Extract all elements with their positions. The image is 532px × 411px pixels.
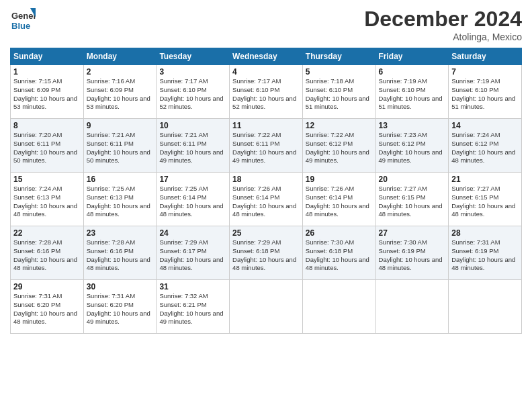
day-number: 24 — [159, 228, 226, 238]
day-info: Sunrise: 7:31 AM Sunset: 6:20 PM Dayligh… — [87, 292, 154, 326]
day-number: 16 — [87, 175, 154, 184]
table-row: 17Sunrise: 7:25 AM Sunset: 6:14 PM Dayli… — [157, 173, 230, 226]
day-info: Sunrise: 7:24 AM Sunset: 6:12 PM Dayligh… — [451, 131, 519, 165]
table-row: 8Sunrise: 7:20 AM Sunset: 6:11 PM Daylig… — [11, 119, 84, 173]
table-row: 15Sunrise: 7:24 AM Sunset: 6:13 PM Dayli… — [11, 173, 84, 226]
day-info: Sunrise: 7:15 AM Sunset: 6:09 PM Dayligh… — [13, 77, 81, 111]
table-row: 13Sunrise: 7:23 AM Sunset: 6:12 PM Dayli… — [375, 119, 449, 173]
day-info: Sunrise: 7:22 AM Sunset: 6:11 PM Dayligh… — [232, 131, 300, 165]
day-info: Sunrise: 7:17 AM Sunset: 6:10 PM Dayligh… — [232, 77, 300, 111]
day-number: 12 — [306, 121, 373, 130]
day-info: Sunrise: 7:16 AM Sunset: 6:09 PM Dayligh… — [87, 77, 154, 111]
day-info: Sunrise: 7:25 AM Sunset: 6:13 PM Dayligh… — [87, 185, 154, 219]
table-row: 3Sunrise: 7:17 AM Sunset: 6:10 PM Daylig… — [157, 65, 230, 119]
day-number: 1 — [13, 67, 81, 77]
header-thursday: Thursday — [302, 48, 375, 65]
day-number: 19 — [306, 175, 373, 184]
day-info: Sunrise: 7:20 AM Sunset: 6:11 PM Dayligh… — [13, 131, 81, 165]
day-info: Sunrise: 7:31 AM Sunset: 6:20 PM Dayligh… — [13, 292, 81, 326]
table-row: 6Sunrise: 7:19 AM Sunset: 6:10 PM Daylig… — [375, 65, 449, 119]
day-info: Sunrise: 7:25 AM Sunset: 6:14 PM Dayligh… — [159, 185, 226, 219]
day-info: Sunrise: 7:26 AM Sunset: 6:14 PM Dayligh… — [232, 185, 300, 219]
table-row: 14Sunrise: 7:24 AM Sunset: 6:12 PM Dayli… — [449, 119, 522, 173]
header-tuesday: Tuesday — [157, 48, 230, 65]
day-number: 28 — [451, 228, 519, 238]
logo: General Blue — [10, 7, 36, 32]
day-number: 18 — [232, 175, 300, 184]
day-number: 13 — [379, 121, 446, 130]
day-info: Sunrise: 7:21 AM Sunset: 6:11 PM Dayligh… — [87, 131, 154, 165]
day-number: 30 — [87, 282, 154, 291]
day-number: 6 — [379, 67, 446, 77]
day-info: Sunrise: 7:29 AM Sunset: 6:17 PM Dayligh… — [159, 238, 226, 273]
day-number: 26 — [306, 228, 373, 238]
table-row: 18Sunrise: 7:26 AM Sunset: 6:14 PM Dayli… — [230, 173, 303, 226]
day-number: 20 — [379, 175, 446, 184]
day-number: 21 — [451, 175, 519, 184]
table-row: 25Sunrise: 7:29 AM Sunset: 6:18 PM Dayli… — [230, 226, 303, 280]
table-row: 21Sunrise: 7:27 AM Sunset: 6:15 PM Dayli… — [449, 173, 522, 226]
header-saturday: Saturday — [449, 48, 522, 65]
calendar-header-row: Sunday Monday Tuesday Wednesday Thursday… — [11, 48, 522, 65]
day-number: 9 — [87, 121, 154, 130]
day-number: 25 — [232, 228, 300, 238]
table-row: 9Sunrise: 7:21 AM Sunset: 6:11 PM Daylig… — [83, 119, 157, 173]
day-number: 11 — [232, 121, 300, 130]
table-row — [302, 280, 375, 334]
day-number: 27 — [379, 228, 446, 238]
day-number: 7 — [451, 67, 519, 77]
day-info: Sunrise: 7:30 AM Sunset: 6:18 PM Dayligh… — [306, 238, 373, 273]
table-row: 5Sunrise: 7:18 AM Sunset: 6:10 PM Daylig… — [302, 65, 375, 119]
table-row: 22Sunrise: 7:28 AM Sunset: 6:16 PM Dayli… — [11, 226, 84, 280]
title-area: December 2024 Atolinga, Mexico — [364, 7, 522, 42]
table-row: 16Sunrise: 7:25 AM Sunset: 6:13 PM Dayli… — [83, 173, 157, 226]
table-row: 2Sunrise: 7:16 AM Sunset: 6:09 PM Daylig… — [83, 65, 157, 119]
day-info: Sunrise: 7:31 AM Sunset: 6:19 PM Dayligh… — [451, 238, 519, 273]
day-info: Sunrise: 7:23 AM Sunset: 6:12 PM Dayligh… — [379, 131, 446, 165]
table-row: 31Sunrise: 7:32 AM Sunset: 6:21 PM Dayli… — [157, 280, 230, 334]
day-number: 10 — [159, 121, 226, 130]
header-friday: Friday — [375, 48, 449, 65]
main-title: December 2024 — [364, 7, 522, 32]
calendar-week-row: 15Sunrise: 7:24 AM Sunset: 6:13 PM Dayli… — [11, 173, 522, 226]
day-info: Sunrise: 7:19 AM Sunset: 6:10 PM Dayligh… — [379, 77, 446, 111]
day-info: Sunrise: 7:19 AM Sunset: 6:10 PM Dayligh… — [451, 77, 519, 111]
table-row: 10Sunrise: 7:21 AM Sunset: 6:11 PM Dayli… — [157, 119, 230, 173]
page: General Blue December 2024 Atolinga, Mex… — [0, 0, 532, 411]
table-row: 28Sunrise: 7:31 AM Sunset: 6:19 PM Dayli… — [449, 226, 522, 280]
table-row: 30Sunrise: 7:31 AM Sunset: 6:20 PM Dayli… — [83, 280, 157, 334]
table-row: 23Sunrise: 7:28 AM Sunset: 6:16 PM Dayli… — [83, 226, 157, 280]
day-info: Sunrise: 7:18 AM Sunset: 6:10 PM Dayligh… — [306, 77, 373, 111]
day-info: Sunrise: 7:26 AM Sunset: 6:14 PM Dayligh… — [306, 185, 373, 219]
calendar-week-row: 1Sunrise: 7:15 AM Sunset: 6:09 PM Daylig… — [11, 65, 522, 119]
table-row: 7Sunrise: 7:19 AM Sunset: 6:10 PM Daylig… — [449, 65, 522, 119]
day-info: Sunrise: 7:21 AM Sunset: 6:11 PM Dayligh… — [159, 131, 226, 165]
table-row: 27Sunrise: 7:30 AM Sunset: 6:19 PM Dayli… — [375, 226, 449, 280]
day-info: Sunrise: 7:22 AM Sunset: 6:12 PM Dayligh… — [306, 131, 373, 165]
day-number: 2 — [87, 67, 154, 77]
day-info: Sunrise: 7:24 AM Sunset: 6:13 PM Dayligh… — [13, 185, 81, 219]
table-row: 20Sunrise: 7:27 AM Sunset: 6:15 PM Dayli… — [375, 173, 449, 226]
table-row: 4Sunrise: 7:17 AM Sunset: 6:10 PM Daylig… — [230, 65, 303, 119]
table-row: 24Sunrise: 7:29 AM Sunset: 6:17 PM Dayli… — [157, 226, 230, 280]
table-row — [375, 280, 449, 334]
table-row — [230, 280, 303, 334]
svg-text:Blue: Blue — [11, 21, 30, 31]
day-number: 15 — [13, 175, 81, 184]
table-row: 19Sunrise: 7:26 AM Sunset: 6:14 PM Dayli… — [302, 173, 375, 226]
day-number: 4 — [232, 67, 300, 77]
day-info: Sunrise: 7:27 AM Sunset: 6:15 PM Dayligh… — [379, 185, 446, 219]
header-monday: Monday — [83, 48, 157, 65]
day-number: 29 — [13, 282, 81, 291]
day-number: 17 — [159, 175, 226, 184]
day-info: Sunrise: 7:27 AM Sunset: 6:15 PM Dayligh… — [451, 185, 519, 219]
table-row: 29Sunrise: 7:31 AM Sunset: 6:20 PM Dayli… — [11, 280, 84, 334]
day-info: Sunrise: 7:17 AM Sunset: 6:10 PM Dayligh… — [159, 77, 226, 111]
day-info: Sunrise: 7:28 AM Sunset: 6:16 PM Dayligh… — [13, 238, 81, 273]
day-number: 5 — [306, 67, 373, 77]
header-wednesday: Wednesday — [230, 48, 303, 65]
calendar-week-row: 8Sunrise: 7:20 AM Sunset: 6:11 PM Daylig… — [11, 119, 522, 173]
day-info: Sunrise: 7:30 AM Sunset: 6:19 PM Dayligh… — [379, 238, 446, 273]
table-row — [449, 280, 522, 334]
calendar-week-row: 29Sunrise: 7:31 AM Sunset: 6:20 PM Dayli… — [11, 280, 522, 334]
